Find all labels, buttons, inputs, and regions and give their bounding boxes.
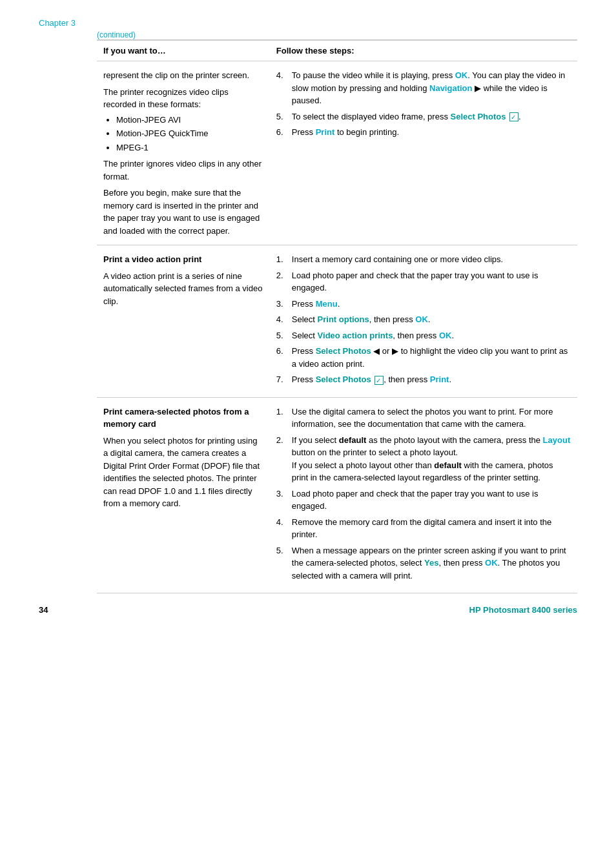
step-text: Use the digital camera to select the pho… xyxy=(292,406,571,431)
list-item: 4. Select Print options, then press OK. xyxy=(276,313,571,326)
section-heading: Print camera-selected photos from a memo… xyxy=(103,406,263,431)
bullet-list: Motion-JPEG AVI Motion-JPEG QuickTime MP… xyxy=(116,114,263,154)
step-text: To pause the video while it is playing, … xyxy=(292,69,571,107)
steps-list: 1. Use the digital camera to select the … xyxy=(276,406,571,582)
list-item: 6. Press Print to begin printing. xyxy=(276,126,571,139)
table-row: Print camera-selected photos from a memo… xyxy=(97,397,577,593)
step-text: Press Select Photos , then press Print. xyxy=(292,373,451,386)
list-item: 4. To pause the video while it is playin… xyxy=(276,69,571,107)
list-item: 1. Use the digital camera to select the … xyxy=(276,406,571,431)
print-keyword: Print xyxy=(430,375,449,384)
list-item: 3. Press Menu. xyxy=(276,298,571,311)
step-num: 1. xyxy=(276,406,287,431)
list-item: 5. When a message appears on the printer… xyxy=(276,544,571,582)
para: The printer recognizes video clips recor… xyxy=(103,86,263,111)
list-item: 2. If you select default as the photo la… xyxy=(276,434,571,484)
col-header-left: If you want to… xyxy=(97,40,270,61)
left-cell-video-action: Print a video action print A video actio… xyxy=(97,245,270,398)
step-num: 4. xyxy=(276,313,287,326)
steps-list: 1. Insert a memory card containing one o… xyxy=(276,253,571,386)
select-photos-link[interactable]: Select Photos xyxy=(316,346,371,356)
step-text: Select Video action prints, then press O… xyxy=(292,329,454,342)
step-text: Press Select Photos ◀ or ▶ to highlight … xyxy=(292,345,571,370)
step-num: 4. xyxy=(276,69,287,107)
list-item: 5. Select Video action prints, then pres… xyxy=(276,329,571,342)
para: represent the clip on the printer screen… xyxy=(103,69,263,82)
left-cell-video-frame: represent the clip on the printer screen… xyxy=(97,61,270,245)
list-item: 6. Press Select Photos ◀ or ▶ to highlig… xyxy=(276,345,571,370)
section-heading: Print a video action print xyxy=(103,253,263,266)
main-table: If you want to… Follow these steps: repr… xyxy=(97,39,577,593)
para: When you select photos for printing usin… xyxy=(103,435,263,510)
chapter-label: Chapter 3 xyxy=(39,18,577,28)
print-options-link[interactable]: Print options xyxy=(318,314,369,324)
step-num: 5. xyxy=(276,329,287,342)
default-keyword-2: default xyxy=(434,460,462,470)
step-text: Insert a memory card containing one or m… xyxy=(292,253,503,266)
page: Chapter 3 (continued) If you want to… Fo… xyxy=(0,0,616,853)
product-name: HP Photosmart 8400 series xyxy=(469,605,577,615)
step-text: When a message appears on the printer sc… xyxy=(292,544,571,582)
list-item: 2. Load photo paper and check that the p… xyxy=(276,269,571,294)
para: A video action print is a series of nine… xyxy=(103,270,263,308)
step-text: Press Menu. xyxy=(292,298,340,311)
list-item: MPEG-1 xyxy=(116,141,263,154)
select-photos-link[interactable]: Select Photos xyxy=(451,112,506,121)
step-text: Remove the memory card from the digital … xyxy=(292,516,571,541)
default-keyword: default xyxy=(339,435,367,445)
step-text: To select the displayed video frame, pre… xyxy=(292,110,521,123)
ok-keyword: OK xyxy=(415,314,428,324)
footer: 34 HP Photosmart 8400 series xyxy=(39,605,577,615)
video-action-link[interactable]: Video action prints xyxy=(318,331,393,340)
select-photos-icon xyxy=(509,112,518,121)
list-item: 3. Load photo paper and check that the p… xyxy=(276,488,571,513)
step-num: 2. xyxy=(276,269,287,294)
navigation-keyword: Navigation xyxy=(429,83,472,93)
step-num: 2. xyxy=(276,434,287,484)
step-num: 7. xyxy=(276,373,287,386)
continued-label: (continued) xyxy=(97,30,577,39)
right-cell-video-action: 1. Insert a memory card containing one o… xyxy=(270,245,577,398)
col-header-right: Follow these steps: xyxy=(270,40,577,61)
ok-keyword: OK xyxy=(485,558,498,568)
select-photos-icon-2 xyxy=(375,376,384,385)
step-text: If you select default as the photo layou… xyxy=(292,434,571,484)
step-num: 3. xyxy=(276,298,287,311)
left-cell-camera: Print camera-selected photos from a memo… xyxy=(97,397,270,593)
step-text: Load photo paper and check that the pape… xyxy=(292,488,571,513)
list-item: 7. Press Select Photos , then press Prin… xyxy=(276,373,571,386)
step-text: Select Print options, then press OK. xyxy=(292,313,431,326)
step-num: 4. xyxy=(276,516,287,541)
step-text: Load photo paper and check that the pape… xyxy=(292,269,571,294)
right-cell-video-frame: 4. To pause the video while it is playin… xyxy=(270,61,577,245)
print-keyword: Print xyxy=(316,127,335,137)
table-row: represent the clip on the printer screen… xyxy=(97,61,577,245)
list-item: 1. Insert a memory card containing one o… xyxy=(276,253,571,266)
ok-keyword: OK xyxy=(455,70,468,80)
step-num: 3. xyxy=(276,488,287,513)
step-num: 6. xyxy=(276,345,287,370)
step-num: 1. xyxy=(276,253,287,266)
steps-list: 4. To pause the video while it is playin… xyxy=(276,69,571,139)
list-item: 5. To select the displayed video frame, … xyxy=(276,110,571,123)
yes-link[interactable]: Yes xyxy=(424,558,438,568)
step-num: 5. xyxy=(276,544,287,582)
table-row: Print a video action print A video actio… xyxy=(97,245,577,398)
right-cell-camera: 1. Use the digital camera to select the … xyxy=(270,397,577,593)
step-num: 6. xyxy=(276,126,287,139)
para: The printer ignores video clips in any o… xyxy=(103,158,263,183)
page-number: 34 xyxy=(39,605,48,615)
step-num: 5. xyxy=(276,110,287,123)
select-photos-link-2[interactable]: Select Photos xyxy=(316,375,371,384)
list-item: Motion-JPEG AVI xyxy=(116,114,263,127)
step-text: Press Print to begin printing. xyxy=(292,126,399,139)
para: Before you begin, make sure that the mem… xyxy=(103,187,263,237)
list-item: 4. Remove the memory card from the digit… xyxy=(276,516,571,541)
layout-keyword: Layout xyxy=(543,435,571,445)
list-item: Motion-JPEG QuickTime xyxy=(116,127,263,140)
ok-keyword: OK xyxy=(439,331,452,340)
menu-keyword: Menu xyxy=(316,299,338,309)
